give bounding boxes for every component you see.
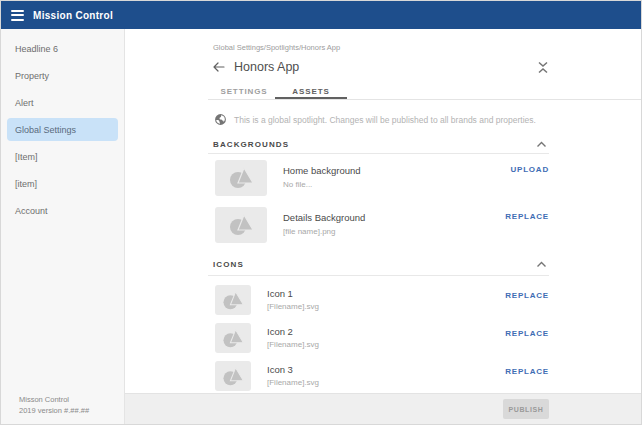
version-app-name: Misson Control [19, 394, 89, 406]
image-placeholder-icon [226, 213, 256, 237]
sidebar-item-account[interactable]: Account [1, 197, 124, 224]
version-number: 2019 version #.##.## [19, 405, 89, 417]
collapse-panel-button[interactable] [537, 60, 549, 75]
thumbnail [215, 207, 267, 243]
asset-filename: No file... [283, 180, 361, 189]
section-header-backgrounds: BACKGROUNDS [213, 140, 549, 149]
sidebar: Headline 6 Property Alert Global Setting… [1, 29, 125, 425]
publish-button[interactable]: PUBLISH [503, 399, 549, 419]
breadcrumb: Global Settings/Spotlights/Honors App [213, 29, 549, 52]
asset-row-icon-1: Icon 1 [Filename].svg REPLACE [208, 285, 549, 315]
tab-assets[interactable]: ASSETS [275, 82, 347, 99]
replace-button[interactable]: REPLACE [505, 212, 549, 221]
sidebar-nav: Headline 6 Property Alert Global Setting… [1, 29, 124, 224]
section-divider [208, 275, 549, 276]
arrow-left-icon [213, 62, 225, 72]
collapse-section-button[interactable] [536, 261, 547, 268]
sidebar-item-global-settings[interactable]: Global Settings [7, 118, 118, 141]
image-placeholder-icon [220, 366, 246, 387]
collapse-section-button[interactable] [536, 141, 547, 148]
asset-title: Icon 1 [267, 288, 319, 299]
asset-filename: [file name].png [283, 227, 365, 236]
global-spotlight-notice: This is a global spotlight. Changes will… [214, 113, 549, 126]
tab-settings[interactable]: SETTINGS [213, 82, 275, 99]
sidebar-item-item-2[interactable]: [item] [1, 170, 124, 197]
thumbnail [215, 285, 251, 315]
app-title: Mission Control [33, 10, 113, 21]
thumbnail [215, 160, 267, 196]
asset-title: Details Background [283, 212, 365, 223]
asset-filename: [Filename].svg [267, 378, 319, 387]
thumbnail [215, 323, 251, 353]
chevron-up-icon [536, 141, 547, 148]
app-window: Mission Control Headline 6 Property Aler… [0, 0, 642, 425]
section-header-icons: ICONS [213, 260, 549, 269]
notice-text: This is a global spotlight. Changes will… [234, 115, 536, 125]
asset-filename: [Filename].svg [267, 340, 319, 349]
collapse-vertical-icon [537, 60, 549, 75]
action-footer: PUBLISH [125, 393, 641, 425]
version-info: Misson Control 2019 version #.##.## [19, 394, 89, 417]
asset-row-home-background: Home background No file... UPLOAD [208, 160, 549, 196]
asset-title: Icon 3 [267, 364, 319, 375]
asset-row-icon-3: Icon 3 [Filename].svg REPLACE [208, 361, 549, 391]
image-placeholder-icon [220, 290, 246, 311]
asset-title: Home background [283, 165, 361, 176]
image-placeholder-icon [226, 166, 256, 190]
asset-row-icon-2: Icon 2 [Filename].svg REPLACE [208, 323, 549, 353]
topbar: Mission Control [1, 1, 641, 29]
sidebar-item-item-1[interactable]: [Item] [1, 143, 124, 170]
page-header: Honors App [213, 59, 549, 75]
replace-button[interactable]: REPLACE [505, 291, 549, 300]
back-button[interactable] [213, 62, 225, 72]
globe-icon [214, 113, 227, 126]
main-panel: Global Settings/Spotlights/Honors App Ho… [125, 29, 641, 425]
sidebar-item-headline-6[interactable]: Headline 6 [1, 35, 124, 62]
image-placeholder-icon [220, 328, 246, 349]
sidebar-item-property[interactable]: Property [1, 62, 124, 89]
upload-button[interactable]: UPLOAD [510, 165, 549, 174]
asset-title: Icon 2 [267, 326, 319, 337]
page-title: Honors App [234, 60, 299, 74]
chevron-up-icon [536, 261, 547, 268]
section-title: ICONS [213, 260, 244, 269]
sidebar-item-alert[interactable]: Alert [1, 89, 124, 116]
asset-filename: [Filename].svg [267, 302, 319, 311]
section-divider [208, 153, 549, 154]
tabs-divider [208, 99, 641, 100]
tab-bar: SETTINGS ASSETS [213, 82, 549, 99]
asset-row-details-background: Details Background [file name].png REPLA… [208, 207, 549, 243]
replace-button[interactable]: REPLACE [505, 367, 549, 376]
thumbnail [215, 361, 251, 391]
replace-button[interactable]: REPLACE [505, 329, 549, 338]
section-title: BACKGROUNDS [213, 140, 289, 149]
menu-icon[interactable] [11, 10, 24, 21]
